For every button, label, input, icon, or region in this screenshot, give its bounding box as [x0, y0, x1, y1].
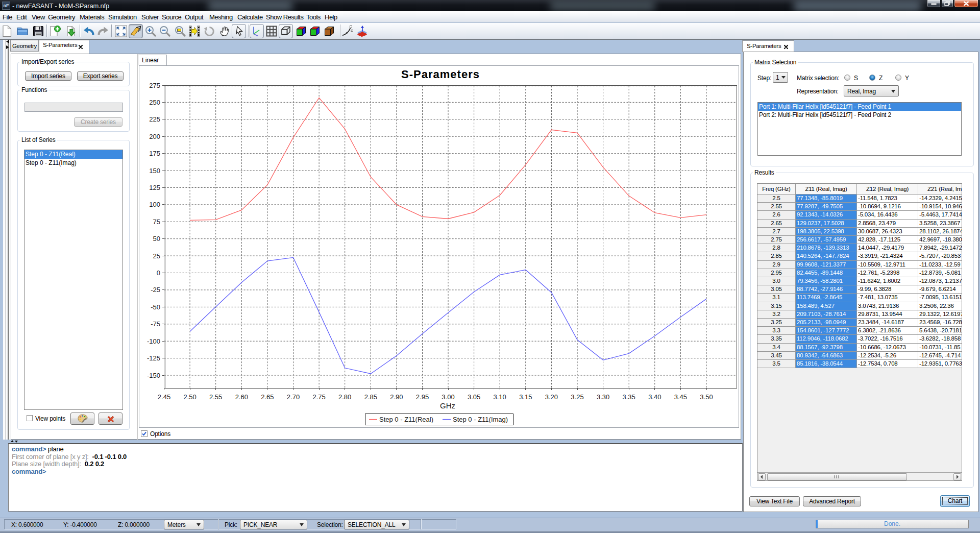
- svg-text:250: 250: [149, 99, 160, 106]
- svg-text:3.00: 3.00: [442, 393, 454, 401]
- svg-text:125: 125: [149, 184, 160, 191]
- svg-text:3.20: 3.20: [545, 393, 558, 401]
- svg-text:0: 0: [157, 269, 160, 277]
- svg-text:2.55: 2.55: [209, 393, 222, 401]
- svg-text:3.05: 3.05: [468, 393, 480, 401]
- svg-text:2.90: 2.90: [390, 393, 403, 401]
- svg-text:3.25: 3.25: [571, 393, 583, 401]
- svg-text:150: 150: [149, 167, 160, 175]
- svg-text:3.50: 3.50: [700, 393, 713, 401]
- svg-text:3.15: 3.15: [519, 393, 532, 401]
- svg-text:3.35: 3.35: [623, 393, 635, 401]
- svg-text:3.40: 3.40: [648, 393, 661, 401]
- svg-text:2.85: 2.85: [364, 393, 377, 401]
- svg-text:75: 75: [153, 218, 160, 226]
- svg-text:Step 0 - Z11(Real): Step 0 - Z11(Real): [379, 416, 433, 423]
- svg-text:2.60: 2.60: [235, 393, 248, 401]
- svg-text:225: 225: [149, 115, 160, 123]
- svg-text:-125: -125: [147, 354, 160, 362]
- svg-text:GHz: GHz: [440, 401, 455, 410]
- svg-text:2.80: 2.80: [338, 393, 351, 401]
- svg-text:50: 50: [153, 235, 160, 243]
- svg-text:275: 275: [149, 82, 160, 89]
- svg-text:2.75: 2.75: [312, 393, 325, 401]
- svg-text:S-Parameters: S-Parameters: [401, 68, 480, 81]
- svg-text:25: 25: [153, 252, 160, 260]
- svg-text:175: 175: [149, 150, 160, 157]
- svg-text:-150: -150: [147, 372, 160, 379]
- svg-text:200: 200: [149, 133, 160, 140]
- svg-text:Step 0 - Z11(Imag): Step 0 - Z11(Imag): [453, 416, 508, 423]
- svg-text:100: 100: [149, 201, 160, 208]
- svg-text:-25: -25: [151, 286, 160, 294]
- svg-text:2.65: 2.65: [261, 393, 274, 401]
- svg-text:3.10: 3.10: [494, 393, 506, 401]
- svg-text:2.50: 2.50: [183, 393, 196, 401]
- svg-text:2.70: 2.70: [287, 393, 300, 401]
- svg-text:-75: -75: [151, 320, 160, 328]
- svg-text:3.30: 3.30: [597, 393, 609, 401]
- svg-text:-50: -50: [151, 303, 160, 311]
- svg-text:-100: -100: [147, 337, 160, 345]
- svg-text:2.45: 2.45: [158, 393, 170, 401]
- svg-text:3.45: 3.45: [674, 393, 687, 401]
- svg-text:2.95: 2.95: [416, 393, 429, 401]
